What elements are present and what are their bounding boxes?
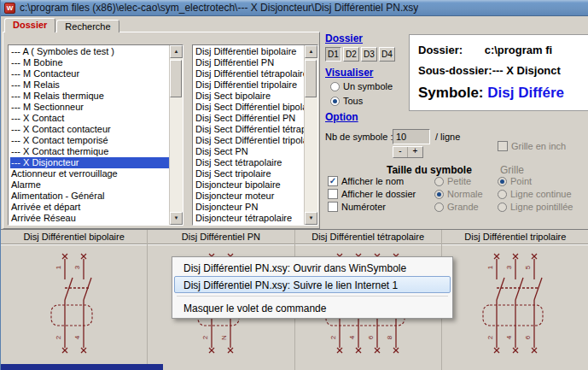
app-icon: W (4, 3, 15, 14)
preview-column-title: Disj Différentiel tripolaire (442, 230, 588, 244)
symbol-list-item[interactable]: Disj Différentiel bipolaire (195, 46, 304, 57)
decrement-button[interactable]: - (393, 147, 408, 157)
symbol-list-item[interactable]: Disj Sect Différentiel bipolaire (195, 102, 304, 113)
dossier-button-d3[interactable]: D3 (361, 47, 377, 62)
context-menu-item-masquer-le-volet-de-commande[interactable]: Masquer le volet de commande (174, 299, 451, 316)
dossier-button-d4[interactable]: D4 (379, 47, 395, 62)
info-symbole-label: Symbole: (418, 85, 484, 101)
radio-tous-circle[interactable] (330, 97, 340, 106)
scroll-down-button[interactable]: ▼ (170, 212, 183, 225)
symbol-list-item[interactable]: Disj Sect PN (195, 146, 304, 157)
titlebar[interactable]: W c:\program files (x86)\elec-cao\sym_el… (1, 0, 588, 16)
symbol-list-item[interactable]: Disj Sect Différentiel tripolaire (195, 135, 304, 146)
folder-list-item[interactable]: --- A ( Symboles de test ) (10, 46, 169, 57)
checkbox-num-roter[interactable]: Numéroter (328, 202, 386, 212)
svg-text:2: 2 (329, 335, 337, 339)
checkbox-afficher-le-nom-label: Afficher le nom (341, 176, 404, 186)
symbol-preview[interactable]: 123456 (442, 244, 588, 365)
radio-normale: Normale (434, 189, 483, 199)
folder-list-item[interactable]: --- M Bobine (10, 57, 169, 68)
symbol-list-item[interactable]: Disj Sect Différentiel PN (195, 113, 304, 124)
scroll-down-button[interactable]: ▼ (305, 212, 317, 225)
context-menu-item-disj-diff-rentiel-pn-xsy-ouvrir-dans-win[interactable]: Disj Différentiel PN.xsy: Ouvrir dans Wi… (174, 259, 451, 276)
folder-list-item[interactable]: --- M Relais (10, 79, 169, 91)
folder-list-item[interactable]: --- X Disjoncteur (10, 157, 169, 168)
symbol-list-item[interactable]: Disj Différentiel PN (195, 57, 304, 68)
checkbox-num-roter-box[interactable] (328, 202, 338, 212)
info-symbole-row: Symbole: Disj Différe (418, 85, 588, 102)
svg-text:6: 6 (524, 335, 532, 339)
symbol-preview[interactable]: 1234 (1, 244, 147, 365)
visualiser-link[interactable]: Visualiser (325, 67, 373, 79)
symbol-list-item[interactable]: Disj Sect Différentiel tétrapolaire (195, 124, 304, 135)
symbol-list-item[interactable]: Disjoncteur moteur (195, 191, 304, 202)
folder-list-item[interactable]: --- M Sectionneur (10, 102, 169, 113)
svg-text:3: 3 (73, 265, 81, 269)
folder-list-scrollbar[interactable]: ▲ ▼ (169, 45, 183, 225)
checkbox-afficher-le-dossier-box[interactable] (328, 189, 338, 199)
context-menu-separator (177, 296, 448, 297)
checkbox-afficher-le-dossier[interactable]: Afficher le dossier (328, 189, 416, 199)
scroll-up-button[interactable]: ▲ (305, 45, 317, 58)
dossier-button-d1[interactable]: D1 (325, 47, 341, 62)
folder-list-item[interactable]: --- X Contact temporisé (10, 135, 169, 146)
svg-text:6: 6 (367, 335, 375, 339)
checkbox-afficher-le-nom-box[interactable] (328, 176, 338, 186)
info-dossier-label: Dossier: (418, 44, 463, 56)
scroll-track[interactable] (170, 58, 183, 212)
symbol-list-item[interactable]: Disj Sect bipolaire (195, 91, 304, 102)
radio-ligne-pointill-e-label: Ligne pointillée (510, 202, 573, 212)
scroll-thumb[interactable] (170, 60, 182, 97)
scroll-up-button[interactable]: ▲ (170, 45, 183, 58)
checkbox-grille-en-inch-box (498, 141, 508, 151)
nb-symbole-input[interactable] (393, 129, 430, 144)
radio-un-symbole[interactable]: Un symbole (330, 81, 393, 91)
dossier-link[interactable]: Dossier (325, 32, 363, 44)
symbol-list: Disj Différentiel bipolaireDisj Différen… (192, 44, 318, 226)
folder-list-item[interactable]: Arrivée Réseau (10, 213, 169, 224)
svg-text:2: 2 (486, 335, 494, 339)
symbol-list-item[interactable]: Disjoncteur tétrapolaire (195, 213, 304, 224)
folder-list-item[interactable]: Automate - Général (10, 224, 169, 225)
svg-text:N: N (220, 335, 228, 340)
symbol-list-item[interactable]: Disj Sect tétrapolaire (195, 157, 304, 168)
folder-list-item[interactable]: Actionneur et verrouillage (10, 168, 169, 179)
symbol-list-item[interactable]: Disj Différentiel tripolaire (195, 79, 304, 91)
radio-ligne-continue: Ligne continue (498, 189, 572, 199)
symbol-list-scrollbar[interactable]: ▲ ▼ (304, 45, 317, 225)
checkbox-afficher-le-nom[interactable]: Afficher le nom (328, 176, 404, 186)
radio-tous[interactable]: Tous (330, 96, 363, 106)
radio-un-symbole-circle[interactable] (330, 82, 340, 91)
preview-column-title: Disj Différentiel tétrapolaire (295, 230, 441, 244)
folder-list-item[interactable]: --- M Relais thermique (10, 91, 169, 102)
symbol-list-item[interactable]: Disjoncteur bipolaire (195, 179, 304, 191)
folder-list-item[interactable]: --- X Contact (10, 113, 169, 124)
radio-un-symbole-label: Un symbole (343, 81, 393, 91)
symbol-list-item[interactable]: Disjoncteur tripolaire (195, 224, 304, 225)
folder-list-item[interactable]: Arrivée et départ (10, 202, 169, 213)
tab-recherche[interactable]: Recherche (56, 20, 119, 32)
increment-button[interactable]: + (408, 147, 422, 157)
folder-list-item[interactable]: Alarme (10, 179, 169, 191)
checkbox-grille-en-inch: Grille en inch (498, 141, 566, 151)
option-link[interactable]: Option (325, 111, 358, 123)
folder-list-item[interactable]: Alimentation - Général (10, 191, 169, 202)
radio-grande-label: Grande (447, 202, 479, 212)
symbol-list-item[interactable]: Disj Différentiel tétrapolaire (195, 68, 304, 79)
symbol-list-item[interactable]: Disjoncteur PN (195, 202, 304, 213)
app-window: W c:\program files (x86)\elec-cao\sym_el… (0, 0, 588, 370)
radio-normale-label: Normale (447, 189, 483, 199)
context-menu-item-disj-diff-rentiel-pn-xsy-suivre-le-lien-[interactable]: Disj Différentiel PN.xsy: Suivre le lien… (174, 276, 451, 293)
folder-list-items: --- A ( Symboles de test )--- M Bobine--… (9, 45, 169, 225)
preview-column-title: Disj Différentiel bipolaire (1, 230, 147, 244)
folder-list-item[interactable]: --- X Contact thermique (10, 146, 169, 157)
info-panel: Dossier: c:\program fi Sous-dossier:--- … (409, 34, 588, 111)
folder-list-item[interactable]: --- M Contacteur (10, 68, 169, 79)
folder-list-item[interactable]: --- X Contact contacteur (10, 124, 169, 135)
tab-dossier[interactable]: Dossier (4, 18, 55, 32)
scroll-track[interactable] (305, 58, 317, 212)
dossier-button-d2[interactable]: D2 (343, 47, 359, 62)
symbol-list-item[interactable]: Disj Sect tripolaire (195, 168, 304, 179)
scroll-thumb[interactable] (305, 60, 317, 97)
radio-petite-label: Petite (447, 176, 471, 186)
